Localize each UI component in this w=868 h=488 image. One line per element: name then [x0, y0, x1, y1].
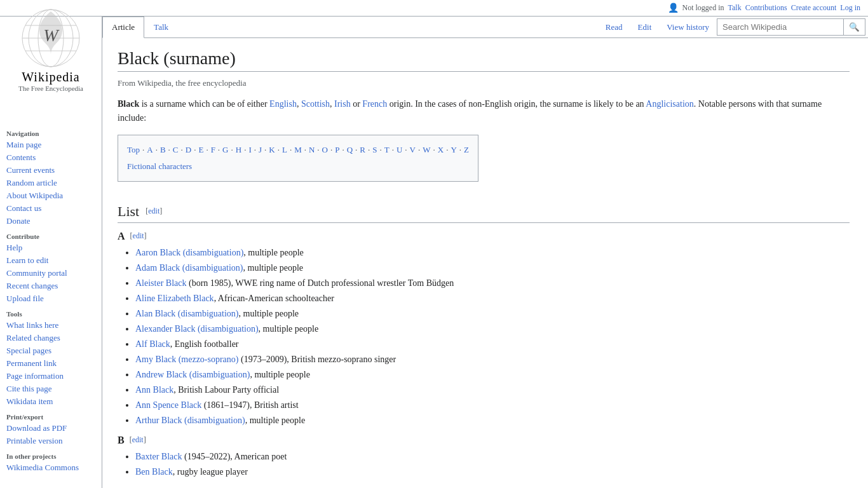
sidebar-item-wikimedia-commons[interactable]: Wikimedia Commons	[0, 461, 102, 474]
sidebar-item-download-pdf[interactable]: Download as PDF	[0, 422, 102, 435]
create-account-link[interactable]: Create account	[791, 3, 837, 13]
sidebar-item-about-wikipedia[interactable]: About Wikipedia	[0, 189, 102, 202]
sidebar-item-donate[interactable]: Donate	[0, 215, 102, 227]
link-aline-black[interactable]: Aline Elizabeth Black	[135, 294, 214, 303]
toc-g[interactable]: G	[222, 142, 228, 158]
link-andrew-black[interactable]: Andrew Black (disambiguation)	[135, 370, 250, 379]
toc-q[interactable]: Q	[347, 142, 353, 158]
list-item: Alexander Black (disambiguation), multip…	[135, 322, 850, 336]
logo-area: W Wikipedia The Free Encyclopedia	[0, 0, 102, 92]
sidebar-item-main-page[interactable]: Main page	[0, 139, 102, 151]
link-alan-black[interactable]: Alan Black (disambiguation)	[135, 309, 239, 318]
toc-h[interactable]: H	[236, 142, 241, 158]
sidebar-item-contact[interactable]: Contact us	[0, 202, 102, 215]
list-item: Arthur Black (disambiguation), multiple …	[135, 414, 850, 427]
list-item: Ann Black, British Labour Party official	[135, 383, 850, 396]
toc-z[interactable]: Z	[464, 142, 469, 158]
link-ann-spence-black[interactable]: Ann Spence Black	[135, 400, 201, 410]
list-item: Aleister Black (born 1985), WWE ring nam…	[135, 276, 850, 290]
list-edit-link: [edit]	[146, 207, 162, 216]
toc-p[interactable]: P	[335, 142, 339, 158]
toc-l[interactable]: L	[282, 142, 287, 158]
top-bar: 👤 Not logged in Talk Contributions Creat…	[0, 0, 868, 17]
sidebar: W Wikipedia The Free Encyclopedia Naviga…	[0, 17, 102, 488]
wikipedia-title: Wikipedia	[22, 70, 80, 85]
link-alf-black[interactable]: Alf Black	[135, 339, 170, 349]
toc-y[interactable]: Y	[451, 142, 456, 158]
tab-view-history[interactable]: View history	[659, 17, 717, 37]
sidebar-item-page-information[interactable]: Page information	[0, 370, 102, 383]
toc-d[interactable]: D	[186, 142, 191, 158]
toc-fictional-characters[interactable]: Fictional characters	[127, 161, 192, 171]
sidebar-item-cite-this-page[interactable]: Cite this page	[0, 383, 102, 395]
sidebar-item-contents[interactable]: Contents	[0, 151, 102, 164]
tab-edit[interactable]: Edit	[630, 17, 660, 37]
contributions-link[interactable]: Contributions	[745, 3, 787, 13]
tab-read[interactable]: Read	[598, 17, 630, 37]
sidebar-item-upload-file[interactable]: Upload file	[0, 292, 102, 305]
link-english[interactable]: English	[269, 99, 297, 109]
toc-b[interactable]: B	[160, 142, 166, 158]
tabs-right: Read Edit View history 🔍	[598, 17, 868, 37]
link-ben-black[interactable]: Ben Black	[135, 467, 173, 477]
link-aleister-black[interactable]: Aleister Black	[135, 278, 186, 288]
search-input[interactable]	[717, 18, 844, 36]
link-irish[interactable]: Irish	[334, 99, 351, 109]
toc-box: Top · A · B · C · D · E · F · G · H	[118, 135, 478, 182]
toc-r[interactable]: R	[360, 142, 365, 158]
toc-f[interactable]: F	[211, 142, 215, 158]
sidebar-item-community-portal[interactable]: Community portal	[0, 267, 102, 280]
toc-s[interactable]: S	[372, 142, 377, 158]
toc-w[interactable]: W	[423, 142, 430, 158]
section-b-edit-link: [edit]	[130, 435, 146, 445]
toc-c[interactable]: C	[173, 142, 179, 158]
article-content: Black (surname) From Wikipedia, the free…	[102, 38, 865, 488]
other-projects-section-title: In other projects	[0, 447, 102, 461]
link-scottish[interactable]: Scottish	[301, 99, 330, 109]
list-item: Baxter Black (1945–2022), American poet	[135, 450, 850, 463]
sidebar-item-what-links-here[interactable]: What links here	[0, 319, 102, 332]
link-alexander-black[interactable]: Alexander Black (disambiguation)	[135, 324, 259, 334]
link-ann-black[interactable]: Ann Black	[135, 385, 173, 395]
sidebar-item-help[interactable]: Help	[0, 241, 102, 254]
list-item: Andrew Black (disambiguation), multiple …	[135, 368, 850, 381]
sidebar-item-learn-to-edit[interactable]: Learn to edit	[0, 254, 102, 267]
link-arthur-black[interactable]: Arthur Black (disambiguation)	[135, 416, 245, 425]
sidebar-item-random-article[interactable]: Random article	[0, 177, 102, 189]
sidebar-item-wikidata-item[interactable]: Wikidata item	[0, 395, 102, 408]
section-b-list: Baxter Black (1945–2022), American poet …	[118, 450, 850, 478]
link-anglicisation[interactable]: Anglicisation	[646, 99, 693, 109]
toc-o[interactable]: O	[322, 142, 328, 158]
toc-t[interactable]: T	[384, 142, 390, 158]
tab-article[interactable]: Article	[102, 17, 144, 38]
list-item: Amy Black (mezzo-soprano) (1973–2009), B…	[135, 353, 850, 366]
toc-m[interactable]: M	[294, 142, 302, 158]
tab-talk[interactable]: Talk	[144, 17, 178, 38]
toc-top[interactable]: Top	[127, 142, 140, 158]
toc-a[interactable]: A	[147, 142, 153, 158]
link-baxter-black[interactable]: Baxter Black	[135, 452, 182, 461]
toc-n[interactable]: N	[309, 142, 315, 158]
talk-link[interactable]: Talk	[728, 3, 742, 13]
tabs-bar: Article Talk Read Edit View history 🔍	[102, 17, 868, 38]
link-adam-black[interactable]: Adam Black (disambiguation)	[135, 263, 243, 273]
link-french[interactable]: French	[362, 99, 387, 109]
toc-v[interactable]: V	[410, 142, 416, 158]
sidebar-item-special-pages[interactable]: Special pages	[0, 344, 102, 357]
link-aaron-black[interactable]: Aaron Black (disambiguation)	[135, 248, 243, 257]
toc-u[interactable]: U	[397, 142, 402, 158]
from-wikipedia: From Wikipedia, the free encyclopedia	[118, 78, 850, 88]
sidebar-item-printable-version[interactable]: Printable version	[0, 435, 102, 447]
log-in-link[interactable]: Log in	[840, 3, 860, 13]
sidebar-item-related-changes[interactable]: Related changes	[0, 332, 102, 344]
toc-e[interactable]: E	[198, 142, 203, 158]
link-amy-black[interactable]: Amy Black (mezzo-soprano)	[135, 355, 239, 364]
toc-x[interactable]: X	[438, 142, 444, 158]
sidebar-item-permanent-link[interactable]: Permanent link	[0, 357, 102, 370]
sidebar-item-current-events[interactable]: Current events	[0, 164, 102, 177]
toc-j[interactable]: J	[259, 142, 262, 158]
search-button[interactable]: 🔍	[844, 18, 865, 36]
toc-k[interactable]: K	[269, 142, 275, 158]
sidebar-item-recent-changes[interactable]: Recent changes	[0, 280, 102, 292]
toc-i[interactable]: I	[248, 142, 251, 158]
